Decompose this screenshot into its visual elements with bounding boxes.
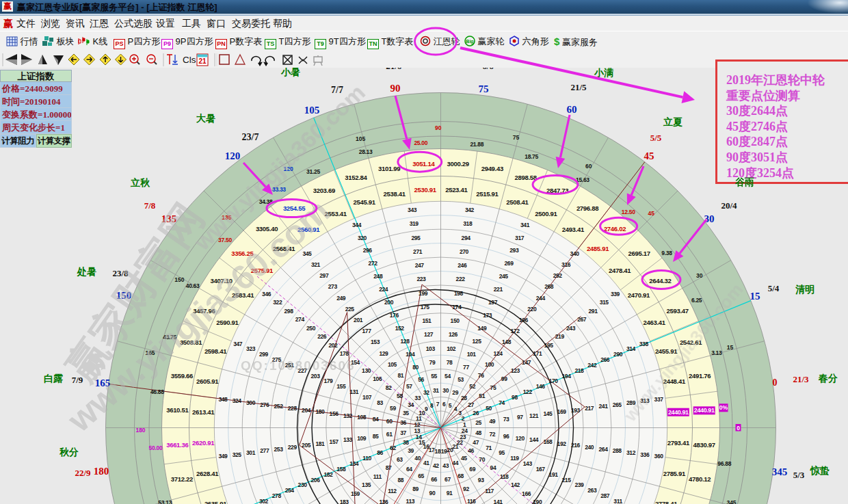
svg-text:136: 136	[379, 499, 388, 504]
svg-text:2545.91: 2545.91	[353, 198, 375, 206]
svg-text:243: 243	[566, 325, 576, 332]
svg-text:127: 127	[424, 331, 434, 338]
svg-text:21/3: 21/3	[793, 374, 809, 384]
svg-text:179: 179	[323, 377, 333, 384]
svg-text:168: 168	[543, 438, 553, 445]
svg-text:166: 166	[522, 490, 531, 497]
svg-text:0: 0	[773, 377, 778, 388]
svg-text:2515.91: 2515.91	[476, 190, 499, 198]
svg-text:5: 5	[449, 402, 452, 409]
svg-text:192: 192	[557, 440, 567, 447]
svg-text:7: 7	[436, 401, 440, 408]
svg-text:立秋: 立秋	[130, 177, 150, 188]
svg-text:61: 61	[386, 431, 393, 438]
svg-text:93: 93	[478, 477, 484, 483]
svg-text:123: 123	[511, 367, 520, 374]
svg-text:立夏: 立夏	[663, 116, 683, 127]
svg-text:133: 133	[343, 436, 353, 443]
svg-text:25: 25	[475, 419, 481, 426]
svg-text:48: 48	[475, 429, 481, 436]
svg-text:Big: Big	[466, 39, 473, 44]
svg-text:117: 117	[485, 488, 494, 494]
svg-text:216: 216	[571, 442, 581, 449]
svg-text:360: 360	[654, 453, 664, 460]
svg-text:346: 346	[262, 291, 271, 297]
svg-text:118: 118	[500, 473, 509, 480]
svg-text:40.63: 40.63	[186, 282, 200, 289]
svg-text:197: 197	[488, 299, 498, 306]
svg-text:46.88: 46.88	[150, 388, 164, 395]
svg-text:343: 343	[408, 207, 417, 213]
svg-text:218: 218	[574, 367, 584, 374]
svg-text:46: 46	[468, 447, 474, 454]
svg-text:4780.12: 4780.12	[689, 475, 711, 483]
svg-text:69: 69	[469, 466, 475, 473]
svg-text:336: 336	[640, 451, 650, 458]
svg-text:2898.58: 2898.58	[514, 174, 536, 181]
svg-text:322: 322	[273, 299, 282, 306]
svg-text:132: 132	[343, 412, 353, 419]
svg-text:6.25: 6.25	[691, 297, 702, 304]
svg-text:144: 144	[529, 436, 539, 443]
svg-text:172: 172	[511, 328, 520, 334]
svg-text:41: 41	[423, 460, 429, 466]
svg-text:325: 325	[233, 451, 242, 458]
svg-text:81: 81	[397, 372, 403, 379]
svg-text:3559.66: 3559.66	[171, 372, 193, 380]
svg-text:316: 316	[561, 261, 571, 268]
svg-text:126: 126	[449, 331, 458, 338]
svg-text:96.88: 96.88	[717, 460, 731, 467]
svg-text:87: 87	[386, 464, 392, 471]
svg-text:7/8: 7/8	[144, 200, 156, 211]
svg-text:3661.36: 3661.36	[166, 441, 188, 449]
svg-text:白露: 白露	[44, 373, 64, 384]
svg-text:29: 29	[452, 389, 458, 396]
svg-text:26: 26	[473, 410, 479, 416]
svg-text:56: 56	[418, 376, 424, 383]
svg-text:33: 33	[414, 395, 421, 401]
svg-text:315: 315	[600, 299, 609, 306]
svg-text:18: 18	[435, 448, 441, 455]
svg-text:28: 28	[461, 395, 467, 401]
svg-text:319: 319	[410, 220, 419, 227]
svg-text:320: 320	[358, 235, 367, 241]
svg-text:250: 250	[306, 325, 316, 332]
svg-text:345: 345	[772, 466, 788, 477]
svg-text:6/6: 6/6	[482, 68, 494, 71]
svg-text:2793.41: 2793.41	[667, 439, 690, 447]
svg-text:21/5: 21/5	[570, 82, 587, 92]
svg-text:323: 323	[246, 345, 256, 352]
svg-text:9: 9	[425, 406, 428, 412]
svg-text:242: 242	[587, 362, 597, 369]
svg-text:266: 266	[600, 356, 610, 363]
svg-text:36: 36	[400, 419, 406, 426]
svg-text:3051.14: 3051.14	[412, 160, 435, 168]
svg-text:248: 248	[373, 273, 383, 280]
svg-text:349: 349	[218, 453, 228, 460]
svg-text:222: 222	[456, 276, 466, 282]
svg-text:152: 152	[395, 325, 405, 332]
svg-text:Cls: Cls	[183, 55, 196, 65]
svg-text:108: 108	[357, 414, 367, 421]
svg-text:100: 100	[485, 361, 494, 368]
svg-text:3152.84: 3152.84	[345, 174, 367, 181]
svg-text:0: 0	[737, 425, 740, 432]
svg-text:23: 23	[460, 434, 466, 440]
svg-text:159: 159	[351, 490, 360, 497]
svg-text:314: 314	[626, 345, 636, 352]
svg-text:134: 134	[349, 460, 359, 467]
svg-text:2523.41: 2523.41	[445, 186, 468, 194]
svg-text:2785.91: 2785.91	[663, 470, 686, 477]
svg-text:68: 68	[458, 473, 464, 479]
svg-text:2463.41: 2463.41	[643, 319, 665, 326]
svg-text:94: 94	[490, 464, 496, 471]
svg-text:24: 24	[462, 427, 468, 434]
svg-text:57: 57	[406, 383, 412, 390]
svg-text:269: 269	[505, 260, 514, 267]
svg-text:2746.02: 2746.02	[604, 225, 626, 233]
svg-text:31: 31	[433, 387, 439, 394]
svg-text:清明: 清明	[795, 284, 814, 295]
svg-text:3101.99: 3101.99	[378, 165, 400, 172]
svg-text:146: 146	[536, 383, 546, 390]
svg-text:178: 178	[340, 350, 349, 357]
